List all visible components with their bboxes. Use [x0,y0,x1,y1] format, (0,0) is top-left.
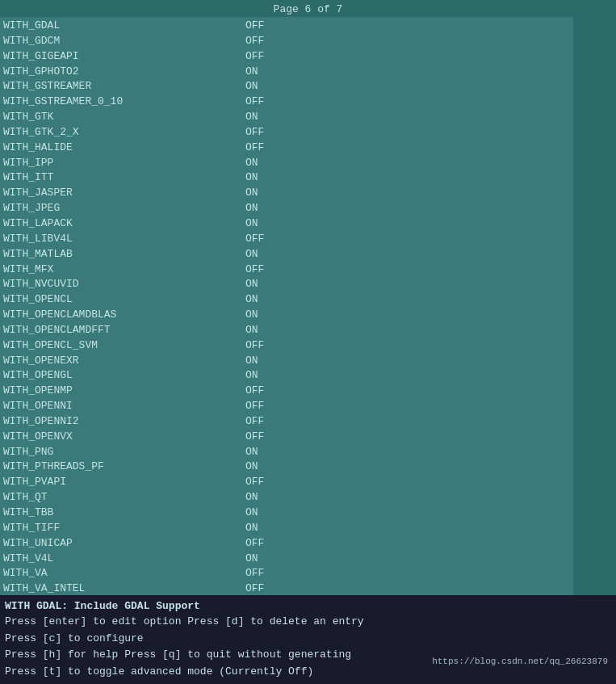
option-row[interactable]: WITH_VAOFF [3,566,570,581]
option-value: OFF [245,141,264,156]
option-row[interactable]: WITH_OPENMPOFF [3,384,570,399]
option-value: ON [245,79,258,94]
option-value: OFF [245,232,264,247]
option-row[interactable]: WITH_GDALOFF [3,19,570,34]
option-row[interactable]: WITH_GIGEAPIOFF [3,49,570,65]
option-name: WITH_GDAL [3,19,245,34]
option-row[interactable]: WITH_MATLABON [3,247,570,262]
option-row[interactable]: WITH_JASPERON [3,186,570,201]
option-value: OFF [245,566,264,581]
option-row[interactable]: WITH_LAPACKON [3,216,570,232]
option-value: ON [245,445,258,460]
option-value: ON [245,156,258,171]
help-line: Press [enter] to edit option Press [d] t… [5,614,611,631]
option-value: OFF [245,338,264,354]
option-value: ON [245,506,258,521]
option-name: WITH_GSTREAMER_0_10 [3,94,245,110]
option-name: WITH_PNG [3,445,245,460]
option-row[interactable]: WITH_ITTON [3,170,570,186]
option-name: WITH_GTK_2_X [3,125,245,141]
option-row[interactable]: WITH_GTKON [3,110,570,125]
option-name: WITH_GDCM [3,34,245,49]
option-row[interactable]: WITH_OPENCLAMDBLASON [3,308,570,323]
option-value: OFF [245,536,264,552]
option-value: ON [245,490,258,506]
option-row[interactable]: WITH_HALIDEOFF [3,141,570,156]
watermark: https://blog.csdn.net/qq_26623879 [432,657,608,666]
option-row[interactable]: WITH_TBBON [3,506,570,521]
option-name: WITH_OPENEXR [3,354,245,369]
option-row[interactable]: WITH_OPENCLAMDFFTON [3,323,570,338]
option-value: OFF [245,262,264,278]
option-name: WITH_UNICAP [3,536,245,552]
option-row[interactable]: WITH_UNICAPOFF [3,536,570,552]
option-value: ON [245,459,258,475]
option-value: ON [245,216,258,232]
option-name: WITH_LAPACK [3,216,245,232]
selected-description: WITH GDAL: Include GDAL Support [5,598,611,614]
option-row[interactable]: WITH_OPENNI2OFF [3,414,570,430]
option-name: WITH_GPHOTO2 [3,65,245,80]
option-row[interactable]: WITH_OPENCL_SVMOFF [3,338,570,354]
option-value: ON [245,277,258,292]
option-row[interactable]: WITH_GSTREAMERON [3,79,570,94]
option-row[interactable]: WITH_NVCUVIDON [3,277,570,292]
option-value: ON [245,170,258,186]
option-row[interactable]: WITH_GDCMOFF [3,34,570,49]
option-value: ON [245,323,258,338]
option-name: WITH_TBB [3,506,245,521]
option-name: WITH_QT [3,490,245,506]
option-row[interactable]: WITH_LIBV4LOFF [3,232,570,247]
option-value: ON [245,308,258,323]
option-row[interactable]: WITH_PNGON [3,445,570,460]
help-lines: Press [enter] to edit option Press [d] t… [5,614,611,681]
option-name: WITH_NVCUVID [3,277,245,292]
option-value: ON [245,186,258,201]
option-row[interactable]: WITH_MFXOFF [3,262,570,278]
option-name: WITH_MATLAB [3,247,245,262]
option-name: WITH_OPENGL [3,368,245,384]
option-row[interactable]: WITH_VA_INTELOFF [3,581,570,595]
option-name: WITH_HALIDE [3,141,245,156]
option-row[interactable]: WITH_QTON [3,490,570,506]
option-row[interactable]: WITH_GSTREAMER_0_10OFF [3,94,570,110]
option-row[interactable]: WITH_GPHOTO2ON [3,65,570,80]
option-value: OFF [245,19,264,34]
option-name: WITH_MFX [3,262,245,278]
option-row[interactable]: WITH_PTHREADS_PFON [3,459,570,475]
option-name: WITH_VA [3,566,245,581]
page-info: Page 6 of 7 [274,3,343,15]
option-name: WITH_PTHREADS_PF [3,459,245,475]
option-row[interactable]: WITH_OPENNIOFF [3,399,570,414]
option-row[interactable]: WITH_TIFFON [3,521,570,536]
option-value: ON [245,110,258,125]
option-value: ON [245,292,258,308]
option-name: WITH_OPENNI2 [3,414,245,430]
option-row[interactable]: WITH_OPENGLON [3,368,570,384]
option-value: OFF [245,399,264,414]
help-line: Press [c] to configure [5,631,611,648]
option-value: OFF [245,49,264,65]
option-value: ON [245,354,258,369]
option-row[interactable]: WITH_GTK_2_XOFF [3,125,570,141]
bottom-panel: WITH GDAL: Include GDAL Support Press [e… [0,595,616,684]
option-value: OFF [245,581,264,595]
option-row[interactable]: WITH_PVAPIOFF [3,475,570,490]
option-name: WITH_OPENCL [3,292,245,308]
option-row[interactable]: WITH_V4LON [3,552,570,567]
option-name: WITH_VA_INTEL [3,581,245,595]
content-area: WITH_GDALOFFWITH_GDCMOFFWITH_GIGEAPIOFFW… [0,17,616,595]
option-row[interactable]: WITH_OPENVXOFF [3,430,570,445]
option-row[interactable]: WITH_OPENEXRON [3,354,570,369]
option-name: WITH_V4L [3,552,245,567]
page-header: Page 6 of 7 [0,0,616,17]
option-row[interactable]: WITH_IPPON [3,156,570,171]
options-panel[interactable]: WITH_GDALOFFWITH_GDCMOFFWITH_GIGEAPIOFFW… [0,17,573,595]
option-row[interactable]: WITH_JPEGON [3,201,570,216]
option-row[interactable]: WITH_OPENCLON [3,292,570,308]
option-name: WITH_GIGEAPI [3,49,245,65]
option-value: ON [245,201,258,216]
option-value: ON [245,521,258,536]
option-name: WITH_TIFF [3,521,245,536]
option-name: WITH_JASPER [3,186,245,201]
